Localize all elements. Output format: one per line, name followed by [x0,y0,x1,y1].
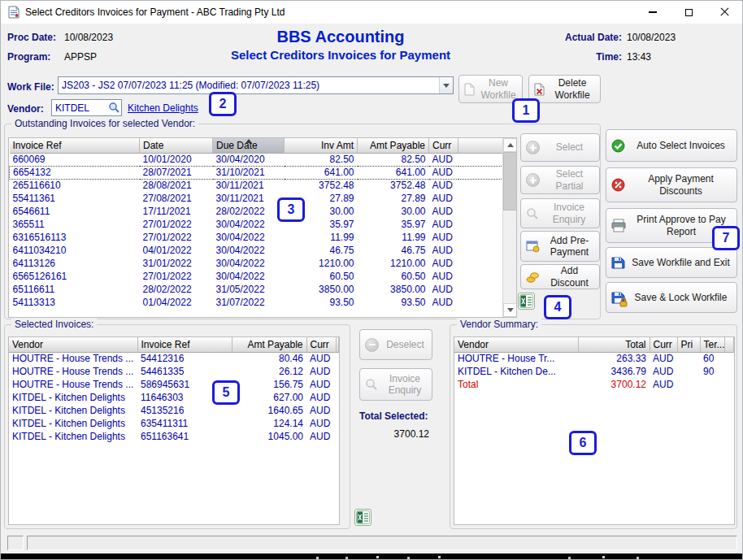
save-workfile-exit-button[interactable]: Save Workfile and Exit [606,247,737,278]
table-row[interactable]: KITDEL - Kitchen Delights451352161640.65… [9,404,339,417]
actual-date-value: 10/08/2023 [627,32,676,43]
scroll-down-button[interactable] [503,303,517,317]
outstanding-invoices-table[interactable]: Invoice RefDateDue DateInv AmtAmt Payabl… [8,137,517,318]
column-header-amt-payable[interactable]: Amt Payable [358,138,429,153]
cell: 31/05/2022 [213,283,285,296]
deselect-label: Deselect [384,339,427,350]
cell: 1045.00 [232,430,306,443]
table-row[interactable]: 656512616127/01/202230/04/202260.5060.50… [10,270,516,283]
triangle-up-icon [507,143,514,147]
table-row[interactable]: HOUTRE - House Tr...263.33AUD60 [454,352,734,365]
auto-select-invoices-button[interactable]: Auto Select Invoices [606,129,737,162]
export-excel-button[interactable] [518,293,535,310]
app-icon [7,6,20,19]
table-row[interactable]: 66006910/01/202030/04/202082.5082.50AUD [10,153,516,166]
cell: 30/04/2022 [213,218,285,231]
export-excel-button-2[interactable] [354,509,372,526]
annotation-number: 7 [723,231,730,245]
table-row[interactable]: 665413228/07/202131/10/2021641.00641.00A… [10,166,516,179]
cell: AUD [650,365,677,378]
cell: 635411311 [137,417,232,430]
table-row[interactable]: 26511661028/08/202130/11/20213752.483752… [10,179,516,192]
coins-icon [526,271,540,283]
annotation-number: 2 [219,97,227,111]
minimize-button[interactable] [635,1,671,24]
column-header-amt-payable[interactable]: Amt Payable [232,337,306,352]
table-row[interactable]: 631651611327/01/202230/04/202211.9911.99… [10,231,516,244]
vendor-name-link[interactable]: Kitchen Delights [128,102,198,114]
column-header-vendor[interactable]: Vendor [454,337,578,352]
cell: 6654132 [10,166,140,179]
column-header-inv-amt[interactable]: Inv Amt [285,138,358,153]
cell: 54461335 [137,365,232,378]
table-row[interactable]: 6411312631/01/202230/04/20221210.001210.… [10,257,516,270]
invoice-enquiry-button-2[interactable]: Invoice Enquiry [359,368,432,401]
vendor-code-input[interactable] [52,102,108,114]
new-workfile-icon [464,83,475,96]
save-lock-workfile-label: Save & Lock Workfile [630,292,732,303]
vertical-scrollbar[interactable] [502,138,516,317]
column-header-total[interactable]: Total [578,337,650,352]
column-header-curr[interactable]: Curr [306,337,336,352]
status-bar [27,536,737,550]
scrollbar-thumb[interactable] [503,152,517,211]
select-partial-button[interactable]: Select Partial [520,166,600,194]
vendor-search-icon[interactable] [108,102,120,114]
cell: 30/11/2021 [213,179,285,192]
status-bar-segment [7,536,24,550]
table-row[interactable]: KITDEL - Kitchen Delights6511636411045.0… [9,430,339,443]
table-row[interactable]: 654661117/11/202128/02/202230.0030.00AUD [10,205,516,218]
maximize-button[interactable] [671,1,706,24]
table-row[interactable]: KITDEL - Kitchen Delights11646303627.00A… [9,391,339,404]
column-header-curr[interactable]: Curr [650,337,677,352]
table-row[interactable]: 5411331301/04/202231/07/202293.5093.50AU… [10,296,516,309]
cell: 30/11/2021 [213,192,285,205]
column-header-invoice-ref[interactable]: Invoice Ref [137,337,232,352]
add-prepayment-button[interactable]: Add Pre-Payment [520,231,600,262]
table-row[interactable]: 5541136127/08/202130/11/202127.8927.89AU… [10,192,516,205]
table-row[interactable]: KITDEL - Kitchen De...3436.79AUD90 [454,365,734,378]
cell: 27/01/2022 [140,270,213,283]
column-header-ter-[interactable]: Ter... [700,337,724,352]
table-row[interactable]: KITDEL - Kitchen Delights635411311124.14… [9,417,339,430]
cell: AUD [429,218,458,231]
excel-icon [519,294,533,308]
cell: 90 [700,365,724,378]
deselect-button[interactable]: Deselect [359,329,432,360]
column-header-due-date[interactable]: Due Date [213,138,285,153]
selected-invoices-table[interactable]: VendorInvoice RefAmt PayableCurrHOUTRE -… [8,336,340,525]
cell: HOUTRE - House Trends ... [9,352,137,365]
table-row[interactable]: HOUTRE - House Trends ...586945631156.75… [9,378,339,391]
add-discount-button[interactable]: Add Discount [520,264,600,289]
select-button[interactable]: Select [520,133,600,162]
taskbar-remnants [316,557,319,559]
cell-filler [724,378,734,391]
column-header-invoice-ref[interactable]: Invoice Ref [10,138,140,153]
workfile-select[interactable]: JS203 - JS2 07/07/2023 11:25 (Modified: … [58,76,454,94]
column-header-curr[interactable]: Curr [429,138,458,153]
table-row[interactable]: HOUTRE - House Trends ...5446133526.12AU… [9,365,339,378]
table-row[interactable]: 641103421004/01/202230/04/202246.7546.75… [10,244,516,257]
table-row[interactable]: 36551127/01/202230/04/202235.9735.97AUD [10,218,516,231]
combo-dropdown-button[interactable] [439,77,453,93]
table-row[interactable]: Total3700.12AUD [454,378,734,391]
scroll-up-button[interactable] [503,138,517,152]
column-header-pri[interactable]: Pri [677,337,700,352]
table-row[interactable]: 6511661128/02/202231/05/20223850.003850.… [10,283,516,296]
table-row[interactable]: HOUTRE - House Trends ...5441231680.46AU… [9,352,339,365]
column-header-vendor[interactable]: Vendor [9,337,137,352]
delete-workfile-button[interactable]: Delete Workfile [528,75,601,103]
invoice-enquiry-button[interactable]: Invoice Enquiry [520,198,600,228]
apply-payment-discounts-button[interactable]: Apply Payment Discounts [606,167,737,202]
plus-circle-icon [526,173,540,187]
cell: AUD [429,257,458,270]
close-button[interactable] [706,1,742,24]
save-lock-workfile-button[interactable]: Save & Lock Workfile [606,282,737,313]
column-header-date[interactable]: Date [140,138,213,153]
cell: HOUTRE - House Tr... [454,352,578,365]
cell: 27.89 [358,192,429,205]
vendor-code-field[interactable] [51,99,122,116]
cell: 28/02/2022 [140,283,213,296]
cell: 60 [700,352,724,365]
cell: 30/04/2022 [213,270,285,283]
